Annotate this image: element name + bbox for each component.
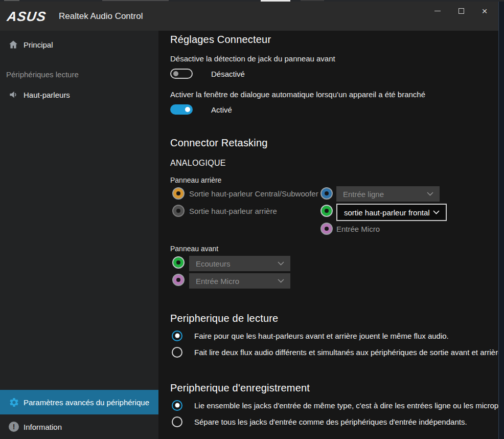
- main-content: Réglages Connecteur Désactive la détecti…: [158, 31, 504, 439]
- front-speaker-out-dropdown[interactable]: sortie haut-parleur frontal: [336, 204, 447, 221]
- toggle-row-front-jack-detection: Désactivé: [170, 68, 245, 79]
- toggle-label-auto-popup-dialog: Activer la fenêtre de dialogue automatiq…: [170, 90, 425, 99]
- front-mic-dropdown: Entrée Micro: [189, 273, 290, 289]
- sidebar-item-advanced-device-settings[interactable]: Paramètres avancés du périphérique: [0, 390, 158, 414]
- section-title-recording-device: Peripherique d'enregistrement: [170, 382, 310, 394]
- recording-option-tie-jacks: Lie ensemble les jacks d'entrée de même …: [172, 400, 504, 411]
- info-icon: !: [8, 421, 19, 432]
- jack-label-rear-speaker: Sortie haut-parleur arrière: [189, 207, 277, 215]
- headphones-dropdown: Ecouteurs: [189, 256, 290, 271]
- maximize-button[interactable]: [453, 4, 469, 18]
- jack-purple-front-mic: [172, 274, 185, 286]
- realtek-audio-control-window: ASUS Realtek Audio Control × Principal P…: [0, 0, 504, 439]
- sidebar-item-principal[interactable]: Principal: [0, 36, 158, 53]
- sidebar-item-label: Information: [24, 423, 62, 431]
- jack-green-headphones: [172, 256, 185, 269]
- radio-unselected[interactable]: [172, 347, 182, 358]
- recording-option-separate-jacks: Sépare tous les jacks d'entrée comme des…: [172, 416, 467, 427]
- title-bar: ASUS Realtek Audio Control ×: [0, 2, 504, 31]
- radio-unselected[interactable]: [172, 416, 182, 427]
- sidebar-item-label: Haut-parleurs: [24, 91, 70, 99]
- toggle-state-label: Désactivé: [211, 70, 245, 78]
- jack-green-front-speaker-out: [320, 205, 333, 217]
- jack-purple-mic-in: [320, 223, 333, 235]
- toggle-row-auto-popup-dialog: Activé: [170, 104, 232, 115]
- radio-selected[interactable]: [172, 400, 182, 411]
- subsection-analogique: ANALOGIQUE: [170, 159, 226, 168]
- sidebar: Principal Périphériques lecture Haut-par…: [0, 31, 158, 439]
- playback-option-two-streams: Fait lire deux flux audio différents et …: [172, 346, 504, 358]
- sidebar-item-speakers[interactable]: Haut-parleurs: [0, 86, 158, 103]
- toggle-state-label: Activé: [211, 105, 232, 114]
- speaker-icon: [8, 89, 19, 100]
- chevron-down-icon: [433, 210, 440, 214]
- minimize-button[interactable]: [429, 4, 446, 18]
- chevron-down-icon: [278, 261, 284, 266]
- front-jack-detection-toggle[interactable]: [170, 69, 193, 79]
- sidebar-item-label: Paramètres avancés du périphérique: [24, 398, 149, 407]
- section-title-connector-settings: Réglages Connecteur: [170, 34, 271, 46]
- jack-blue-line-in: [320, 187, 333, 200]
- rear-panel-label: Panneau arrière: [170, 176, 221, 184]
- sidebar-item-information[interactable]: ! Information: [0, 414, 158, 439]
- window-right-edge: [498, 2, 504, 439]
- section-title-connector-retasking: Connector Retasking: [170, 137, 268, 149]
- jack-label-center-subwoofer: Sortie haut-parleur Central/Subwoofer: [189, 189, 318, 198]
- line-in-dropdown: Entrée ligne: [336, 186, 440, 202]
- toggle-label-front-jack-detection: Désactive la détection de jack du pannea…: [170, 54, 335, 63]
- jack-label-mic-in: Entrée Micro: [336, 225, 380, 233]
- app-title: Realtek Audio Control: [59, 2, 143, 31]
- window-controls: ×: [429, 4, 493, 18]
- sidebar-section-playback-devices: Périphériques lecture: [6, 70, 79, 79]
- home-icon: [8, 39, 19, 50]
- sidebar-item-label: Principal: [24, 40, 53, 49]
- front-panel-label: Panneau avant: [170, 245, 218, 253]
- chevron-down-icon: [278, 279, 284, 283]
- close-icon: ×: [482, 6, 487, 16]
- section-title-playback-device: Peripherique de lecture: [170, 313, 278, 324]
- maximize-icon: [459, 8, 464, 14]
- gear-icon: [8, 397, 19, 408]
- minimize-icon: [434, 11, 441, 11]
- radio-selected[interactable]: [172, 331, 182, 341]
- auto-popup-dialog-toggle[interactable]: [170, 104, 193, 115]
- jack-orange-center-subwoofer: [172, 187, 185, 200]
- chevron-down-icon: [427, 192, 433, 196]
- asus-logo: ASUS: [6, 9, 55, 24]
- close-button[interactable]: ×: [476, 4, 493, 18]
- jack-gray-rear-speaker: [172, 205, 185, 217]
- playback-option-same-stream: Faire pour que les haut-parleurs avant e…: [172, 330, 449, 341]
